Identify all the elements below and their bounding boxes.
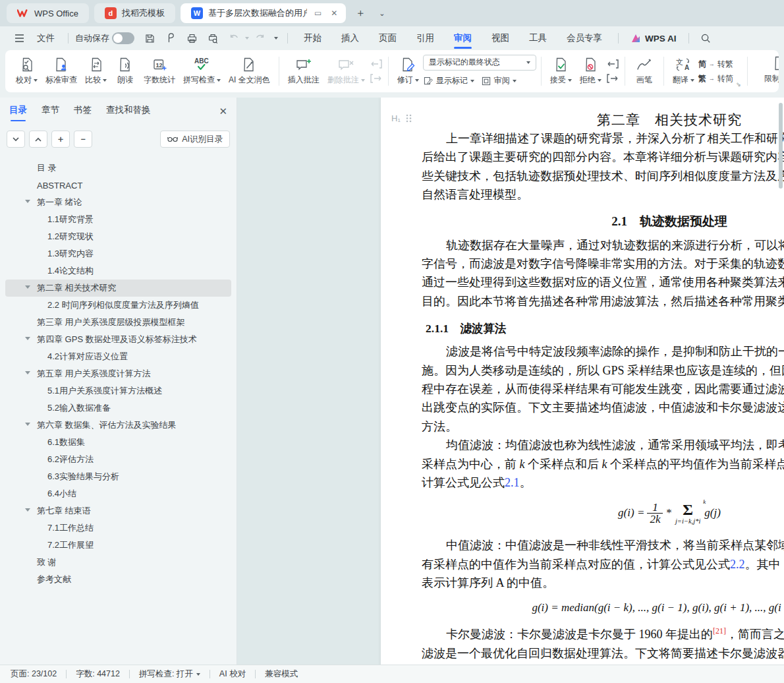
toc-item[interactable]: 第三章 用户关系强度层级投票模型框架 bbox=[5, 314, 231, 331]
toc-item[interactable]: 第一章 绪论 bbox=[5, 194, 231, 211]
toc-item[interactable]: ABSTRACT bbox=[5, 177, 231, 194]
document-text-line[interactable]: 出跳变点的实际值。下文主要描述均值滤波，中值滤波和卡尔曼滤波这 bbox=[422, 398, 784, 417]
reject-change-button[interactable]: 拒绝 bbox=[576, 53, 605, 90]
read-aloud-button[interactable]: 朗读 bbox=[111, 53, 140, 90]
toc-item[interactable]: 4.2计算对应语义位置 bbox=[5, 348, 231, 365]
document-text-line[interactable]: 目的。因此本节将首先描述各种常用滤波算法，然后描述各种常用聚类算 bbox=[422, 292, 784, 311]
translate-button[interactable]: 文A 翻译 bbox=[669, 53, 698, 90]
document-text-line[interactable]: 中值滤波：中值滤波是一种非线性平滑技术，将当前采样点某邻域 bbox=[422, 536, 784, 554]
vertical-scrollbar[interactable] bbox=[779, 103, 783, 189]
document-text-line[interactable]: 上一章详细描述了课题的研究背景，并深入分析了相关工作和研究 bbox=[422, 129, 784, 148]
sidebar-close-icon[interactable]: ✕ bbox=[219, 105, 227, 117]
expand-arrow-icon[interactable] bbox=[25, 371, 30, 374]
toc-item[interactable]: 1.3研究内容 bbox=[5, 245, 231, 262]
document-text-line[interactable]: 滤波是一个最优化自回归数据处理算法。下文将简要描述卡尔曼滤波器 bbox=[422, 644, 784, 663]
sidebar-tab-toc[interactable]: 目录 bbox=[9, 104, 27, 119]
insert-comment-button[interactable]: 插入批注 bbox=[284, 53, 323, 90]
menu-tab-page[interactable]: 页面 bbox=[370, 28, 406, 48]
toc-item[interactable]: 第六章 数据集、评估方法及实验结果 bbox=[5, 417, 231, 434]
ai-recognize-toc-button[interactable]: AI识别目录 bbox=[160, 131, 230, 148]
document-text-line[interactable]: 方法。 bbox=[422, 417, 784, 436]
tab-wps-home[interactable]: WPS Office bbox=[7, 3, 89, 23]
formula-reference-link[interactable]: 2.2 bbox=[730, 558, 745, 571]
toc-item[interactable]: 5.1用户关系强度计算方法概述 bbox=[5, 382, 231, 400]
translate-group-expand-icon[interactable]: ⇘ bbox=[736, 81, 741, 88]
save-icon[interactable] bbox=[141, 30, 158, 46]
next-change-icon[interactable] bbox=[607, 74, 619, 83]
expand-arrow-icon[interactable] bbox=[25, 337, 30, 340]
export-pdf-icon[interactable] bbox=[162, 30, 179, 46]
toc-item[interactable]: 6.1数据集 bbox=[5, 434, 231, 451]
document-text-line[interactable]: 均值滤波：均值滤波也称为线性滤波，通常采用领域平均法，即考虑 bbox=[422, 436, 784, 454]
menu-tab-view[interactable]: 视图 bbox=[482, 28, 518, 48]
document-page[interactable]: H₁ 第二章 相关技术研究 上一章详细描述了课题的研究背景，并深入分析了相关工作… bbox=[381, 98, 784, 665]
drag-handle-icon[interactable] bbox=[406, 114, 412, 123]
hamburger-menu-icon[interactable] bbox=[11, 30, 28, 46]
menu-tab-home[interactable]: 开始 bbox=[294, 28, 331, 48]
print-icon[interactable] bbox=[183, 30, 200, 46]
sidebar-tab-find-replace[interactable]: 查找和替换 bbox=[106, 104, 151, 119]
toc-item[interactable]: 6.3实验结果与分析 bbox=[5, 468, 231, 485]
ai-proofread-button[interactable]: AI 校对 bbox=[219, 668, 246, 680]
menu-tab-insert[interactable]: 插入 bbox=[332, 28, 368, 48]
float-window-icon[interactable]: ▭ bbox=[312, 9, 323, 18]
toc-zoom-out-button[interactable]: － bbox=[74, 131, 92, 148]
menu-tab-tools[interactable]: 工具 bbox=[520, 28, 556, 48]
track-changes-button[interactable]: 修订 bbox=[393, 53, 423, 90]
menu-file[interactable]: 文件 bbox=[30, 30, 61, 47]
toc-item[interactable]: 6.4小结 bbox=[5, 485, 231, 502]
toc-item[interactable]: 致 谢 bbox=[5, 554, 231, 571]
toc-item[interactable]: 1.4论文结构 bbox=[5, 262, 231, 280]
expand-arrow-icon[interactable] bbox=[25, 423, 30, 426]
document-text-line[interactable]: 表示计算序列 A 的中值。 bbox=[422, 574, 784, 592]
spell-check-status[interactable]: 拼写检查: 打开 bbox=[139, 668, 200, 680]
close-tab-icon[interactable]: ✕ bbox=[329, 9, 339, 18]
toc-item[interactable]: 第二章 相关技术研究 bbox=[5, 280, 231, 297]
toc-item[interactable]: 7.1工作总结 bbox=[5, 520, 231, 537]
document-text-line[interactable]: 采样点为中心，前 k 个采样点和后 k 个采样点的平均值作为当前采样点对 bbox=[422, 455, 784, 473]
expand-arrow-icon[interactable] bbox=[25, 285, 30, 289]
document-text-line[interactable]: 计算公式见公式2.1。 bbox=[422, 473, 784, 492]
toc-item[interactable]: 第五章 用户关系强度计算方法 bbox=[5, 365, 231, 382]
expand-arrow-icon[interactable] bbox=[25, 200, 30, 203]
spell-check-button[interactable]: ABC 拼写检查 bbox=[179, 53, 225, 90]
toc-item[interactable]: 7.2工作展望 bbox=[5, 537, 231, 554]
proofread-button[interactable]: 校对 bbox=[12, 53, 42, 90]
document-text-line[interactable]: 施。因为人类移动是连续的，所以 GPS 采样结果也应该是连续的，但因 bbox=[422, 361, 784, 380]
tab-docer[interactable]: d 找稻壳模板 bbox=[94, 3, 175, 23]
document-text-line[interactable]: 轨迹数据存在大量噪声，通过对轨迹数据的来源进行分析，可以将 bbox=[422, 236, 784, 254]
document-text-line[interactable]: 些关键技术，包括轨迹数据预处理技术、时间序列相似度度量方法及序 bbox=[422, 167, 784, 185]
sidebar-tab-bookmarks[interactable]: 书签 bbox=[74, 104, 92, 119]
sidebar-tab-chapters[interactable]: 章节 bbox=[42, 104, 59, 119]
toc-item[interactable]: 第七章 结束语 bbox=[5, 502, 231, 520]
accept-change-button[interactable]: 接受 bbox=[546, 53, 576, 90]
formula-2-2[interactable]: g(i) = median(g(i − k), ..., g(i − 1), g… bbox=[422, 601, 784, 614]
pen-button[interactable]: 画笔 bbox=[630, 53, 659, 90]
simplified-to-traditional-button[interactable]: 简→ 转繁 bbox=[698, 59, 733, 70]
chapter-title[interactable]: 第二章 相关技术研究 bbox=[422, 98, 784, 129]
review-pane-button[interactable]: 审阅 bbox=[481, 74, 517, 88]
new-tab-button[interactable]: ＋ bbox=[351, 7, 370, 20]
more-quick-tools-chevron-icon[interactable] bbox=[274, 37, 278, 40]
toc-item[interactable]: 1.2研究现状 bbox=[5, 228, 231, 245]
toc-item[interactable]: 目 录 bbox=[5, 160, 231, 177]
traditional-to-simplified-button[interactable]: 繁→ 转简 bbox=[698, 73, 733, 84]
section-heading[interactable]: 2.1 轨迹数据预处理 bbox=[422, 213, 784, 230]
compare-button[interactable]: 比较 bbox=[81, 53, 111, 90]
citation-reference[interactable]: [21] bbox=[713, 626, 726, 636]
document-text-line[interactable]: 通过一些处理得到这些数据对应的语义位置，通常使用各种聚类算法来 bbox=[422, 273, 784, 291]
document-text-line[interactable]: 程中存在误差，从而使得采样结果有可能发生跳变，因此需要通过滤波 bbox=[422, 380, 784, 398]
menu-tab-reference[interactable]: 引用 bbox=[407, 28, 443, 48]
expand-arrow-icon[interactable] bbox=[25, 508, 30, 512]
formula-2-1[interactable]: g(i) =12k*kΣj=i−k,j*ig(j) bbox=[422, 502, 784, 526]
tab-list-chevron-icon[interactable]: ⌄ bbox=[375, 9, 389, 18]
toc-collapse-up-button[interactable] bbox=[29, 131, 47, 148]
formula-reference-link[interactable]: 2.1 bbox=[505, 476, 520, 489]
document-text-line[interactable]: 卡尔曼滤波：卡尔曼滤波是卡尔曼于 1960 年提出的[21]，简而言之 bbox=[422, 625, 784, 643]
compatibility-mode-badge[interactable]: 兼容模式 bbox=[265, 668, 298, 680]
standard-review-button[interactable]: 标准审查 bbox=[42, 53, 81, 90]
document-text-line[interactable]: 自然语言处理模型。 bbox=[422, 185, 784, 204]
show-markup-button[interactable]: 显示标记 bbox=[423, 74, 474, 88]
menu-tab-member[interactable]: 会员专享 bbox=[557, 28, 611, 48]
word-count-button[interactable]: 12 字数统计 bbox=[140, 53, 179, 90]
